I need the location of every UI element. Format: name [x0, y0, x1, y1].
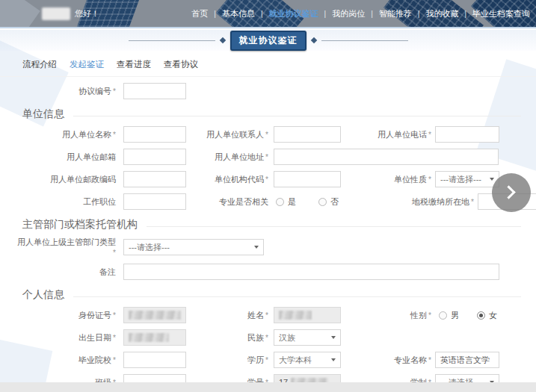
- unit-phone-input[interactable]: [435, 126, 499, 143]
- unit-type-select[interactable]: ---请选择---: [435, 171, 499, 187]
- required-marker: *: [113, 131, 116, 139]
- section-title: 个人信息: [22, 288, 64, 302]
- field-agreement-no: 协议编号*: [15, 83, 186, 99]
- field-label: 学历*: [186, 355, 268, 365]
- redacted-username: [42, 7, 70, 20]
- birth-date-input[interactable]: [123, 329, 186, 346]
- major-related-yes-radio[interactable]: [276, 198, 284, 206]
- nav-home[interactable]: 首页: [191, 8, 208, 19]
- remark-input[interactable]: [123, 264, 499, 280]
- college-input[interactable]: [123, 352, 186, 368]
- form-row: 出生日期* 民族* 汉族: [0, 326, 536, 349]
- field-gender: 性别* 男 女: [345, 310, 497, 321]
- nav-separator: |: [371, 10, 373, 18]
- form-row: 协议编号*: [0, 80, 536, 102]
- section-divider: [147, 226, 521, 227]
- banner-line: [129, 40, 215, 41]
- redacted-value: [279, 311, 312, 320]
- field-label: 毕业院校*: [15, 355, 116, 365]
- nav-my-favorites[interactable]: 我的收藏: [425, 8, 458, 19]
- required-marker: *: [428, 311, 431, 320]
- field-birth-date: 出生日期*: [15, 329, 186, 346]
- field-label: 用人单位名称*: [15, 129, 116, 140]
- field-unit-name: 用人单位名称*: [15, 126, 186, 143]
- unit-org-code-input[interactable]: [274, 171, 341, 187]
- nav-basic-info[interactable]: 基本信息: [222, 8, 255, 19]
- redacted-value: [129, 311, 181, 320]
- gender-radios: 男 女: [439, 310, 497, 321]
- unit-postcode-input[interactable]: [123, 171, 186, 187]
- unit-address-input[interactable]: [274, 149, 499, 165]
- field-major-name: 专业名称* 英语语言文学: [345, 352, 499, 368]
- nav-smart-recommend[interactable]: 智能推荐: [379, 8, 412, 19]
- nav-employment-agreement[interactable]: 就业协议鉴证: [269, 8, 318, 19]
- chevron-down-icon: [490, 178, 494, 181]
- form-row: 用人单位邮政编码 单位机构代码* 单位性质* ---请选择---: [0, 168, 536, 190]
- field-college: 毕业院校*: [15, 352, 186, 368]
- form-row: 用人单位名称* 用人单位联系人* 用人单位电话*: [0, 123, 536, 146]
- major-related-no-radio[interactable]: [318, 198, 327, 206]
- id-number-input[interactable]: [123, 307, 186, 323]
- tab-start-verification[interactable]: 发起鉴证: [70, 59, 104, 70]
- education-select[interactable]: 大学本科: [274, 352, 341, 368]
- section-divider: [73, 116, 521, 116]
- field-nation: 民族* 汉族: [186, 329, 341, 346]
- form-row: 身份证号* 姓名* 性别* 男 女: [0, 304, 536, 326]
- nav-graduate-archive-query[interactable]: 毕业生档案查询: [472, 8, 530, 19]
- required-marker: *: [113, 356, 116, 364]
- field-parent-dept-type: 用人单位上级主管部门类型* ---请选择---: [15, 237, 264, 258]
- nav-separator: |: [324, 10, 327, 18]
- chevron-down-icon: [331, 336, 336, 339]
- radio-label: 否: [330, 196, 339, 208]
- nav-separator: |: [261, 10, 263, 18]
- building-graphic: [0, 0, 40, 28]
- field-unit-address: 用人单位地址*: [186, 149, 499, 165]
- unit-name-input[interactable]: [123, 126, 186, 143]
- main-nav: 首页 | 基本信息 | 就业协议鉴证 | 我的岗位 | 智能推荐 | 我的收藏 …: [191, 0, 530, 27]
- tab-view-progress[interactable]: 查看进度: [117, 59, 151, 70]
- field-label: 民族*: [186, 332, 268, 343]
- gender-female-radio[interactable]: [477, 311, 485, 320]
- field-label: 地税缴纳所在地*: [388, 196, 474, 207]
- next-page-button[interactable]: [492, 173, 531, 212]
- unit-email-input[interactable]: [123, 149, 186, 165]
- major-name-input[interactable]: 英语语言文学: [435, 352, 499, 368]
- section-title: 主管部门或档案托管机构: [22, 218, 138, 231]
- select-value: 汉族: [279, 332, 295, 343]
- parent-dept-type-select[interactable]: ---请选择---: [123, 239, 264, 255]
- form-row: 用人单位邮箱 用人单位地址*: [0, 146, 536, 168]
- required-marker: *: [113, 87, 116, 96]
- job-position-input[interactable]: [123, 193, 186, 210]
- unit-contact-input[interactable]: [274, 126, 341, 143]
- tab-view-agreement[interactable]: 查看协议: [164, 59, 198, 70]
- field-label: 用人单位邮政编码: [15, 174, 116, 184]
- field-label: 出生日期*: [15, 332, 116, 343]
- major-related-radios: 是 否: [276, 196, 339, 208]
- diamond-icon: [219, 37, 225, 43]
- required-marker: *: [113, 334, 116, 342]
- field-unit-org-code: 单位机构代码*: [186, 171, 341, 187]
- field-label: 身份证号*: [15, 310, 116, 320]
- select-value: 大学本科: [279, 355, 312, 366]
- name-input[interactable]: [274, 307, 341, 323]
- tab-process-intro[interactable]: 流程介绍: [22, 59, 57, 70]
- field-label: 专业名称*: [345, 355, 431, 365]
- field-education: 学历* 大学本科: [186, 352, 341, 368]
- nav-my-jobs[interactable]: 我的岗位: [332, 8, 365, 19]
- chevron-right-icon: [502, 185, 515, 199]
- bottom-strip: [0, 382, 536, 392]
- nation-select[interactable]: 汉族: [274, 329, 341, 346]
- field-label: 备注: [15, 267, 116, 277]
- form-row: 毕业院校* 学历* 大学本科 专业名称* 英语语言文学: [0, 349, 536, 371]
- select-value: ---请选择---: [129, 242, 170, 253]
- required-marker: *: [265, 334, 268, 342]
- banner-line: [321, 40, 408, 41]
- input-value: 英语语言文学: [440, 355, 490, 366]
- section-title: 单位信息: [22, 108, 64, 121]
- section-personal: 个人信息: [0, 283, 536, 304]
- gender-male-radio[interactable]: [439, 311, 447, 320]
- field-unit-postcode: 用人单位邮政编码: [15, 171, 186, 187]
- agreement-no-input[interactable]: [123, 83, 186, 99]
- required-marker: *: [113, 311, 116, 320]
- form-row: 工作职位 专业是否相关 是 否 地税缴纳所在地*: [0, 190, 536, 213]
